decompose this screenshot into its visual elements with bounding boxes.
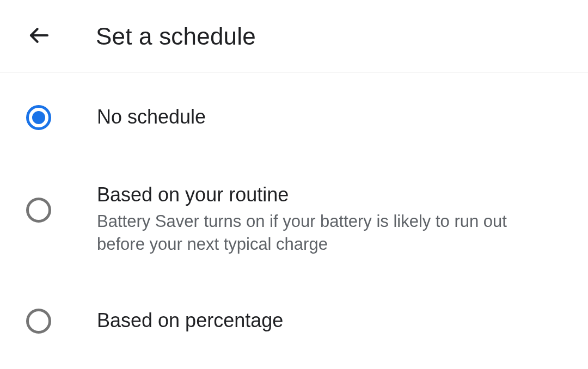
option-based-on-routine[interactable]: Based on your routine Battery Saver turn… — [0, 167, 588, 270]
back-button[interactable] — [26, 23, 52, 50]
option-label: Based on your routine — [97, 182, 540, 208]
option-text: Based on your routine Battery Saver turn… — [97, 182, 562, 255]
radio-selected-icon — [26, 105, 51, 130]
back-arrow-icon — [28, 24, 50, 48]
option-based-on-percentage[interactable]: Based on percentage — [0, 292, 588, 349]
option-label: Based on percentage — [97, 308, 540, 334]
option-label: No schedule — [97, 104, 540, 130]
option-no-schedule[interactable]: No schedule — [0, 89, 588, 145]
header: Set a schedule — [0, 0, 588, 72]
radio-unselected-icon — [26, 309, 51, 334]
option-text: No schedule — [97, 104, 562, 130]
page-title: Set a schedule — [96, 23, 256, 50]
option-text: Based on percentage — [97, 308, 562, 334]
option-description: Battery Saver turns on if your battery i… — [97, 210, 540, 256]
radio-unselected-icon — [26, 198, 51, 223]
options-list: No schedule Based on your routine Batter… — [0, 72, 588, 349]
